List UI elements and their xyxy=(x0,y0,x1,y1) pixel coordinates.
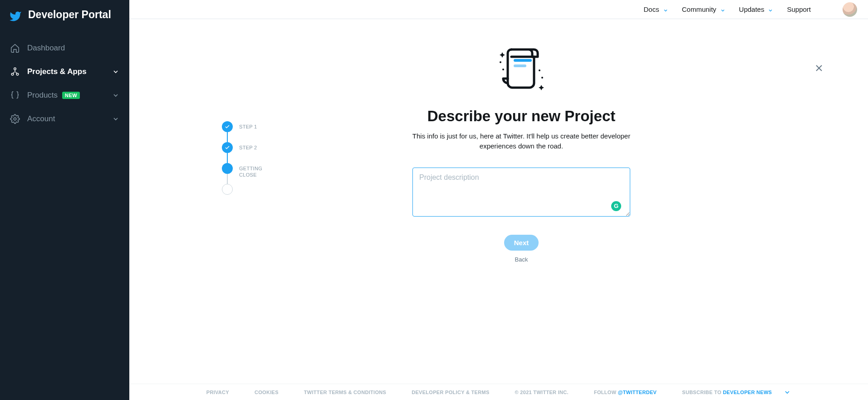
topnav-community[interactable]: Community xyxy=(682,5,726,13)
footer-dev-policy[interactable]: DEVELOPER POLICY & TERMS xyxy=(412,390,489,395)
topnav-support[interactable]: Support xyxy=(787,5,811,13)
step-current-icon xyxy=(222,163,233,174)
footer-follow[interactable]: FOLLOW @TWITTERDEV xyxy=(594,390,657,395)
step-done-icon xyxy=(222,142,233,153)
wizard-step-3: GETTING CLOSE xyxy=(222,163,294,184)
project-description-input[interactable] xyxy=(412,168,630,217)
topnav-docs[interactable]: Docs xyxy=(644,5,668,13)
sidebar-item-products[interactable]: Products NEW xyxy=(0,84,129,107)
svg-point-3 xyxy=(14,118,16,120)
chevron-down-icon xyxy=(720,7,726,12)
svg-point-2 xyxy=(16,73,19,75)
svg-point-0 xyxy=(14,68,16,70)
sidebar: Developer Portal Dashboard Projects & Ap… xyxy=(0,0,129,400)
sidebar-item-account[interactable]: Account xyxy=(0,107,129,131)
topnav-label: Community xyxy=(682,5,716,13)
topnav-updates[interactable]: Updates xyxy=(739,5,774,13)
topnav-label: Docs xyxy=(644,5,659,13)
sidebar-item-label: Projects & Apps xyxy=(27,67,87,76)
wizard-step-2: STEP 2 xyxy=(222,142,294,163)
page-title: Describe your new Project xyxy=(427,108,615,125)
braces-icon xyxy=(10,90,20,100)
sidebar-item-label: Products xyxy=(27,91,58,100)
twitter-logo-icon xyxy=(9,10,22,23)
step-pending-icon xyxy=(222,184,233,195)
svg-point-10 xyxy=(539,69,540,71)
step-label: STEP 2 xyxy=(239,142,257,151)
brand-title: Developer Portal xyxy=(28,8,111,21)
projects-icon xyxy=(10,67,20,77)
chevron-down-icon xyxy=(768,7,773,12)
wizard-form: Describe your new Project This info is j… xyxy=(294,44,748,263)
content: STEP 1 STEP 2 GETTING CLOSE xyxy=(129,19,868,400)
back-button[interactable]: Back xyxy=(515,256,528,263)
svg-point-9 xyxy=(502,69,504,70)
chevron-down-icon xyxy=(112,115,119,123)
chevron-down-icon xyxy=(112,92,119,99)
topnav-label: Updates xyxy=(739,5,765,13)
new-badge: NEW xyxy=(62,92,80,99)
wizard-step-4 xyxy=(222,184,294,205)
chevron-down-icon[interactable] xyxy=(784,389,791,396)
footer-subscribe[interactable]: SUBSCRIBE TO DEVELOPER NEWS xyxy=(682,390,772,395)
gear-icon xyxy=(10,114,20,124)
sidebar-item-dashboard[interactable]: Dashboard xyxy=(0,36,129,60)
sidebar-item-projects-apps[interactable]: Projects & Apps xyxy=(0,60,129,84)
footer-terms[interactable]: TWITTER TERMS & CONDITIONS xyxy=(304,390,386,395)
step-label: GETTING CLOSE xyxy=(239,163,275,178)
avatar[interactable] xyxy=(843,2,857,17)
topbar: Docs Community Updates Support xyxy=(129,0,868,19)
brand-row: Developer Portal xyxy=(0,8,129,36)
main: Docs Community Updates Support xyxy=(129,0,868,400)
footer-privacy[interactable]: PRIVACY xyxy=(206,390,229,395)
chevron-down-icon xyxy=(663,7,668,12)
footer: PRIVACY COOKIES TWITTER TERMS & CONDITIO… xyxy=(129,384,868,400)
step-label: STEP 1 xyxy=(239,121,257,130)
grammarly-icon[interactable]: G xyxy=(611,201,621,211)
svg-point-8 xyxy=(500,61,501,63)
page-subtitle: This info is just for us, here at Twitte… xyxy=(408,131,635,151)
topnav-label: Support xyxy=(787,5,811,13)
wizard-steps: STEP 1 STEP 2 GETTING CLOSE xyxy=(222,44,294,263)
home-icon xyxy=(10,43,20,53)
scroll-illustration-icon xyxy=(494,44,549,94)
svg-point-1 xyxy=(11,73,14,75)
footer-cookies[interactable]: COOKIES xyxy=(255,390,279,395)
sidebar-item-label: Dashboard xyxy=(27,44,65,53)
step-done-icon xyxy=(222,121,233,132)
close-icon[interactable] xyxy=(814,63,824,74)
wizard: STEP 1 STEP 2 GETTING CLOSE xyxy=(249,44,748,263)
next-button[interactable]: Next xyxy=(504,235,539,251)
footer-copyright: © 2021 TWITTER INC. xyxy=(515,390,569,395)
description-field-wrap: G xyxy=(412,168,630,218)
wizard-step-1: STEP 1 xyxy=(222,121,294,142)
svg-point-11 xyxy=(541,77,543,79)
sidebar-item-label: Account xyxy=(27,114,55,123)
chevron-down-icon xyxy=(112,68,119,75)
